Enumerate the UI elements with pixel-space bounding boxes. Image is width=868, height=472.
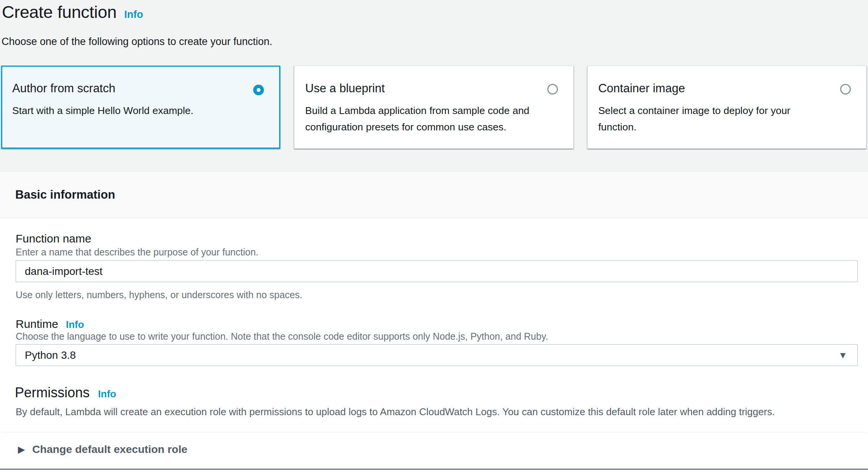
runtime-select[interactable]: Python 3.8 ▼: [16, 344, 858, 366]
card-description: Start with a simple Hello World example.: [12, 103, 244, 119]
permissions-heading: Permissions: [15, 384, 90, 401]
radio-button-selected-icon[interactable]: [253, 85, 264, 95]
function-name-constraint: Use only letters, numbers, hyphens, or u…: [16, 289, 302, 301]
permissions-info-link[interactable]: Info: [98, 388, 116, 400]
runtime-help: Choose the language to use to write your…: [16, 330, 548, 343]
function-name-help: Enter a name that describes the purpose …: [16, 246, 259, 258]
section-divider: [2, 432, 866, 432]
card-title: Author from scratch: [12, 81, 244, 96]
basic-information-heading: Basic information: [15, 188, 115, 202]
page-title: Create function: [2, 2, 117, 23]
card-title: Container image: [598, 81, 830, 96]
page-subtitle: Choose one of the following options to c…: [2, 35, 272, 48]
option-card-author-from-scratch[interactable]: Author from scratch Start with a simple …: [1, 66, 280, 149]
triangle-right-icon: ▶: [18, 445, 25, 454]
permissions-description: By default, Lambda will create an execut…: [16, 406, 775, 419]
bottom-rule: [0, 469, 868, 470]
runtime-selected-option: Python 3.8: [25, 349, 76, 361]
function-name-label: Function name: [16, 231, 91, 246]
runtime-label: Runtime: [16, 316, 58, 331]
permissions-header-row: Permissions Info: [15, 384, 116, 401]
function-name-input[interactable]: [16, 260, 858, 282]
card-description: Select a container image to deploy for y…: [598, 103, 830, 135]
runtime-info-link[interactable]: Info: [66, 319, 84, 331]
card-description: Build a Lambda application from sample c…: [305, 103, 537, 135]
basic-information-section-header: Basic information: [0, 172, 868, 218]
radio-button-icon[interactable]: [840, 84, 851, 95]
radio-button-icon[interactable]: [547, 84, 558, 95]
runtime-label-row: Runtime Info: [16, 316, 84, 331]
caret-down-icon: ▼: [838, 351, 847, 360]
page-header: Create function Info: [2, 2, 143, 23]
card-title: Use a blueprint: [305, 81, 537, 96]
creation-option-cards: Author from scratch Start with a simple …: [1, 66, 866, 149]
title-info-link[interactable]: Info: [124, 8, 143, 21]
execution-role-expander[interactable]: ▶ Change default execution role: [18, 442, 187, 456]
create-function-page: Create function Info Choose one of the f…: [0, 0, 868, 472]
option-card-use-a-blueprint[interactable]: Use a blueprint Build a Lambda applicati…: [294, 66, 573, 149]
execution-role-label: Change default execution role: [32, 442, 187, 456]
option-card-container-image[interactable]: Container image Select a container image…: [587, 66, 866, 149]
